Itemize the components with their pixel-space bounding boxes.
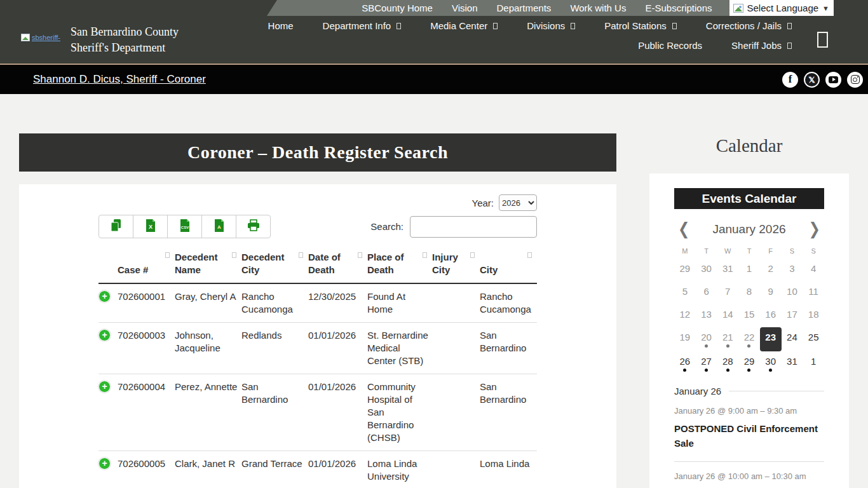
next-month-icon[interactable]: ❯ bbox=[809, 222, 820, 237]
cell-injury-city bbox=[432, 283, 480, 323]
calendar-day-12[interactable]: 12 bbox=[674, 304, 696, 327]
nav-item-divisions[interactable]: Divisions bbox=[527, 20, 575, 31]
column-header-decedent-city[interactable]: Decedent City bbox=[241, 247, 308, 283]
event-title-link[interactable]: POSTPONED Civil Enforcement Sale bbox=[674, 421, 824, 451]
calendar-day-25[interactable]: 25 bbox=[803, 327, 824, 350]
column-header-case[interactable]: Case # bbox=[118, 247, 175, 283]
calendar-day-20[interactable]: 20 bbox=[696, 327, 717, 350]
utility-link-e-subscriptions[interactable]: E-Subscriptions bbox=[635, 3, 721, 13]
calendar-day-5[interactable]: 5 bbox=[674, 281, 696, 304]
calendar-day-27[interactable]: 27 bbox=[696, 351, 717, 374]
export-pdf-button[interactable]: A bbox=[201, 215, 236, 238]
utility-link-sbcounty-home[interactable]: SBCounty Home bbox=[352, 3, 442, 13]
calendar-day-1[interactable]: 1 bbox=[738, 259, 760, 281]
export-copy-button[interactable] bbox=[98, 215, 133, 238]
day-number: 16 bbox=[765, 309, 776, 320]
youtube-icon[interactable] bbox=[825, 72, 841, 88]
calendar-day-1[interactable]: 1 bbox=[803, 351, 824, 374]
nav-item-department-info[interactable]: Department Info bbox=[323, 20, 402, 31]
calendar-day-9[interactable]: 9 bbox=[760, 281, 782, 304]
calendar-day-2[interactable]: 2 bbox=[760, 259, 782, 281]
column-header-place-of-death[interactable]: Place of Death bbox=[367, 247, 432, 283]
calendar-day-15[interactable]: 15 bbox=[738, 304, 760, 327]
calendar-day-29[interactable]: 29 bbox=[674, 259, 696, 281]
events-calendar-card: Events Calendar ❮ January 2026 ❯ MTWTFSS… bbox=[649, 173, 849, 488]
column-header-city[interactable]: City bbox=[480, 247, 537, 283]
calendar-day-3[interactable]: 3 bbox=[782, 259, 803, 281]
search-icon[interactable] bbox=[817, 32, 828, 48]
day-number: 31 bbox=[722, 263, 733, 274]
broken-image-icon bbox=[733, 4, 743, 13]
export-print-button[interactable] bbox=[236, 215, 271, 238]
expand-row-button[interactable]: + bbox=[98, 329, 111, 341]
expand-row-button[interactable]: + bbox=[98, 381, 111, 393]
calendar-day-31[interactable]: 31 bbox=[717, 259, 738, 281]
main-column: Coroner – Death Register Search Year: 20… bbox=[19, 94, 616, 488]
language-selector[interactable]: Select Language▼ bbox=[729, 0, 834, 16]
print-icon bbox=[247, 219, 261, 234]
calendar-day-13[interactable]: 13 bbox=[696, 304, 717, 327]
expand-row-button[interactable]: + bbox=[98, 458, 111, 470]
cell-city: San Bernardino bbox=[480, 323, 537, 374]
svg-text:A: A bbox=[217, 224, 221, 230]
column-header-date-of-death[interactable]: Date of Death bbox=[308, 247, 367, 283]
search-input[interactable] bbox=[410, 216, 537, 238]
calendar-day-29[interactable]: 29 bbox=[738, 351, 760, 374]
nav-item-corrections-jails[interactable]: Corrections / Jails bbox=[706, 20, 792, 31]
calendar-day-18[interactable]: 18 bbox=[803, 304, 824, 327]
calendar-day-4[interactable]: 4 bbox=[803, 259, 824, 281]
calendar-day-10[interactable]: 10 bbox=[782, 281, 803, 304]
sort-icon[interactable] bbox=[232, 252, 236, 258]
calendar-day-23[interactable]: 23 bbox=[760, 327, 782, 351]
x-twitter-icon[interactable]: 𝕏 bbox=[804, 72, 820, 88]
sort-icon[interactable] bbox=[299, 252, 303, 258]
column-header-decedent-name[interactable]: Decedent Name bbox=[175, 247, 241, 283]
nav-item-media-center[interactable]: Media Center bbox=[430, 20, 498, 31]
nav-item-home[interactable]: Home bbox=[268, 20, 294, 31]
instagram-icon[interactable] bbox=[847, 72, 863, 88]
day-number: 6 bbox=[703, 286, 709, 297]
calendar-day-31[interactable]: 31 bbox=[782, 351, 803, 374]
calendar-day-22[interactable]: 22 bbox=[738, 327, 760, 350]
export-excel-button[interactable]: X bbox=[133, 215, 168, 238]
site-brand[interactable]: sbsheriff-logo San Bernardino County She… bbox=[21, 24, 179, 56]
calendar-day-19[interactable]: 19 bbox=[674, 327, 696, 350]
export-csv-button[interactable]: CSV bbox=[167, 215, 202, 238]
calendar-day-30[interactable]: 30 bbox=[760, 351, 782, 374]
calendar-day-7[interactable]: 7 bbox=[717, 281, 738, 304]
calendar-day-11[interactable]: 11 bbox=[803, 281, 824, 304]
sort-icon[interactable] bbox=[358, 252, 362, 258]
prev-month-icon[interactable]: ❮ bbox=[678, 222, 689, 237]
utility-link-departments[interactable]: Departments bbox=[487, 3, 561, 13]
facebook-icon[interactable]: f bbox=[782, 72, 798, 88]
sort-icon[interactable] bbox=[423, 252, 427, 258]
nav-item-sheriff-jobs[interactable]: Sheriff Jobs bbox=[731, 40, 792, 51]
calendar-day-6[interactable]: 6 bbox=[696, 281, 717, 304]
calendar-day-28[interactable]: 28 bbox=[717, 351, 738, 374]
column-header-injury-city[interactable]: Injury City bbox=[432, 247, 480, 283]
calendar-day-24[interactable]: 24 bbox=[782, 327, 803, 350]
cell-injury-city bbox=[432, 323, 480, 374]
utility-link-vision[interactable]: Vision bbox=[442, 3, 487, 13]
language-selector-label: Select Language bbox=[747, 3, 819, 13]
events-day-label: January 26 bbox=[674, 386, 721, 396]
nav-item-patrol-stations[interactable]: Patrol Stations bbox=[604, 20, 677, 31]
calendar-day-16[interactable]: 16 bbox=[760, 304, 782, 327]
sort-icon[interactable] bbox=[165, 252, 170, 258]
cell-decedent-name: Gray, Cheryl A bbox=[175, 283, 241, 323]
calendar-day-30[interactable]: 30 bbox=[696, 259, 717, 281]
calendar-day-8[interactable]: 8 bbox=[738, 281, 760, 304]
calendar-day-26[interactable]: 26 bbox=[674, 351, 696, 374]
breadcrumb-sheriff-coroner-link[interactable]: Shannon D. Dicus, Sheriff - Coroner bbox=[33, 73, 206, 86]
calendar-day-17[interactable]: 17 bbox=[782, 304, 803, 327]
nav-item-public-records[interactable]: Public Records bbox=[638, 40, 702, 51]
calendar-day-14[interactable]: 14 bbox=[717, 304, 738, 327]
weekday-label: M bbox=[674, 247, 696, 255]
sort-icon[interactable] bbox=[470, 252, 475, 258]
calendar-day-21[interactable]: 21 bbox=[717, 327, 738, 350]
expand-row-button[interactable]: + bbox=[98, 290, 111, 302]
utility-link-work-with-us[interactable]: Work with Us bbox=[560, 3, 635, 13]
year-select[interactable]: 2026 bbox=[499, 194, 537, 211]
sort-icon[interactable] bbox=[527, 252, 532, 258]
event-divider bbox=[674, 461, 824, 462]
